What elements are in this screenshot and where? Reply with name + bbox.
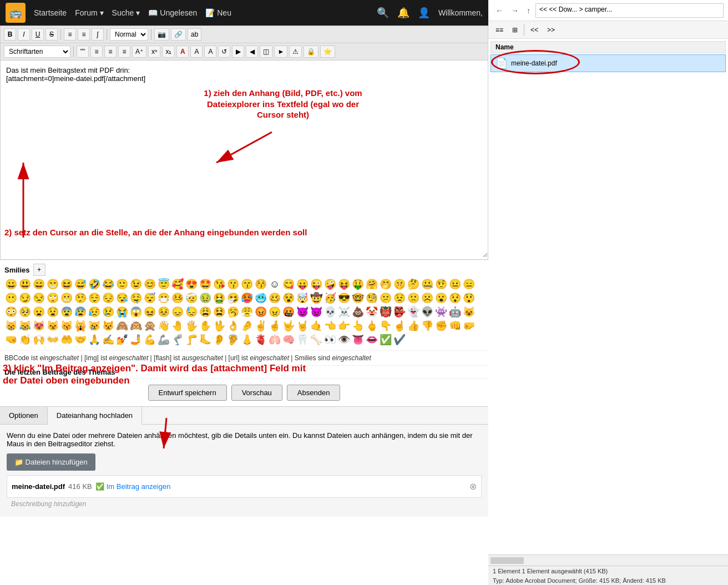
- smiley-button[interactable]: 😺: [462, 306, 476, 319]
- smiley-button[interactable]: 😛: [296, 278, 309, 291]
- smiley-button[interactable]: 😻: [32, 320, 46, 333]
- tab-options[interactable]: Optionen: [0, 407, 48, 424]
- smiley-button[interactable]: 😲: [462, 292, 476, 305]
- smiley-button[interactable]: 👁️: [337, 334, 351, 347]
- smiley-button[interactable]: 😓: [185, 306, 198, 319]
- smiley-button[interactable]: 💅: [115, 334, 129, 347]
- smiley-button[interactable]: 😮: [434, 292, 448, 305]
- lock-button[interactable]: 🔒: [304, 46, 318, 58]
- smiley-button[interactable]: 🙏: [88, 334, 101, 347]
- smiley-button[interactable]: 🦾: [157, 334, 170, 347]
- smiley-button[interactable]: 🤫: [393, 278, 406, 291]
- smiley-button[interactable]: 😈: [296, 306, 309, 319]
- smiley-button[interactable]: 🦴: [310, 334, 323, 347]
- smiley-button[interactable]: 🤯: [296, 292, 309, 305]
- smiley-button[interactable]: 🥳: [323, 292, 337, 305]
- smiley-button[interactable]: 😧: [46, 306, 59, 319]
- smiley-button[interactable]: 👿: [310, 306, 323, 319]
- smiley-button[interactable]: 👎: [421, 320, 434, 333]
- smiley-button[interactable]: 👋: [157, 320, 170, 333]
- smiley-button[interactable]: 🫀: [254, 334, 267, 347]
- smiley-button[interactable]: 😗: [226, 278, 240, 291]
- user-avatar[interactable]: 👤: [418, 7, 430, 19]
- fe-expand-button[interactable]: >>: [543, 24, 559, 36]
- smiley-button[interactable]: 😹: [18, 320, 32, 333]
- smiley-button[interactable]: 😩: [199, 306, 212, 319]
- smiley-button[interactable]: 😞: [171, 306, 184, 319]
- smiley-button[interactable]: 🤡: [365, 306, 378, 319]
- smiley-button[interactable]: 👇: [379, 320, 392, 333]
- smiley-button[interactable]: 😥: [88, 306, 101, 319]
- smiley-button[interactable]: 🤬: [282, 306, 295, 319]
- fe-view-list-button[interactable]: ≡≡: [492, 24, 507, 36]
- smiley-button[interactable]: 🖕: [365, 320, 378, 333]
- smiley-button[interactable]: 😭: [115, 306, 129, 319]
- smiley-button[interactable]: 😄: [32, 278, 46, 291]
- font-color-button[interactable]: A: [176, 46, 189, 58]
- smiley-button[interactable]: 😫: [213, 306, 226, 319]
- smiley-button[interactable]: 😉: [129, 278, 143, 291]
- smiley-button[interactable]: 🤘: [296, 320, 309, 333]
- smiley-button[interactable]: 🙌: [32, 334, 46, 347]
- show-in-post-button[interactable]: Im Beitrag anzeigen: [107, 482, 171, 491]
- draft-button[interactable]: Entwurf speichern: [148, 385, 227, 401]
- smiley-button[interactable]: 🖖: [213, 320, 226, 333]
- smiley-button[interactable]: 🤗: [365, 278, 378, 291]
- smiley-button[interactable]: 😌: [88, 292, 101, 305]
- smiley-button[interactable]: 🦷: [296, 334, 309, 347]
- smiley-button[interactable]: 😰: [74, 306, 87, 319]
- smiley-button[interactable]: 🤪: [323, 278, 337, 291]
- smiley-button[interactable]: ✊: [434, 320, 448, 333]
- smiley-button[interactable]: 😪: [115, 292, 129, 305]
- smiley-button[interactable]: 🤩: [199, 278, 212, 291]
- smiley-button[interactable]: 🤐: [421, 278, 434, 291]
- font-size-decrease-button[interactable]: A: [204, 46, 216, 58]
- smiley-button[interactable]: 😏: [18, 292, 32, 305]
- smiley-button[interactable]: 🙉: [129, 320, 143, 333]
- smiley-button[interactable]: 🤞: [268, 320, 281, 333]
- smiley-button[interactable]: 🤟: [282, 320, 295, 333]
- smiley-button[interactable]: 👐: [46, 334, 59, 347]
- smiley-button[interactable]: 🤒: [171, 292, 184, 305]
- align-center-button[interactable]: ≡: [104, 46, 117, 58]
- smiley-button[interactable]: 😟: [393, 292, 406, 305]
- align-left-button[interactable]: ≡: [90, 46, 103, 58]
- smiley-button[interactable]: 🤓: [351, 292, 365, 305]
- smiley-button[interactable]: 😝: [337, 278, 351, 291]
- font-size-increase-button[interactable]: A: [190, 46, 203, 58]
- smiley-button[interactable]: 👄: [365, 334, 378, 347]
- smiley-button[interactable]: 😵: [282, 292, 295, 305]
- smiley-button[interactable]: 😋: [282, 278, 295, 291]
- smiley-button[interactable]: ☠️: [337, 306, 351, 319]
- smilies-add-button[interactable]: +: [33, 264, 46, 276]
- smiley-button[interactable]: 😕: [379, 292, 392, 305]
- smiley-button[interactable]: 😁: [46, 278, 59, 291]
- smiley-button[interactable]: 🙀: [74, 320, 87, 333]
- smiley-button[interactable]: 😴: [143, 292, 156, 305]
- back-button[interactable]: ◀: [246, 46, 258, 58]
- smiley-button[interactable]: 😯: [448, 292, 462, 305]
- smiley-button[interactable]: 🤙: [310, 320, 323, 333]
- nav-suche[interactable]: Suche ▾: [112, 8, 140, 17]
- quote-button[interactable]: "": [77, 46, 89, 58]
- smiley-button[interactable]: 🦻: [226, 334, 240, 347]
- smiley-button[interactable]: 👾: [434, 306, 448, 319]
- smiley-button[interactable]: 🤥: [74, 292, 87, 305]
- file-description[interactable]: Beschreibung hinzufügen: [7, 498, 482, 510]
- link-button[interactable]: 🔗: [171, 28, 186, 41]
- fe-collapse-button[interactable]: <<: [527, 24, 542, 36]
- tab-attachment[interactable]: Dateianhang hochladen: [48, 407, 142, 425]
- nav-forum[interactable]: Forum ▾: [75, 8, 103, 17]
- fe-back-button[interactable]: ←: [493, 4, 506, 17]
- smiley-button[interactable]: 😎: [337, 292, 351, 305]
- smiley-button[interactable]: 🤑: [351, 278, 365, 291]
- submit-button[interactable]: Absenden: [287, 385, 341, 401]
- superscript-button[interactable]: A⁺: [132, 46, 146, 58]
- smiley-button[interactable]: 😇: [157, 278, 170, 291]
- smiley-button[interactable]: 👃: [240, 334, 254, 347]
- smiley-button[interactable]: 🦿: [171, 334, 184, 347]
- smiley-button[interactable]: 🦵: [185, 334, 198, 347]
- undo-button[interactable]: ↺: [218, 46, 230, 58]
- smiley-button[interactable]: 😔: [102, 292, 115, 305]
- smiley-button[interactable]: 👍: [407, 320, 420, 333]
